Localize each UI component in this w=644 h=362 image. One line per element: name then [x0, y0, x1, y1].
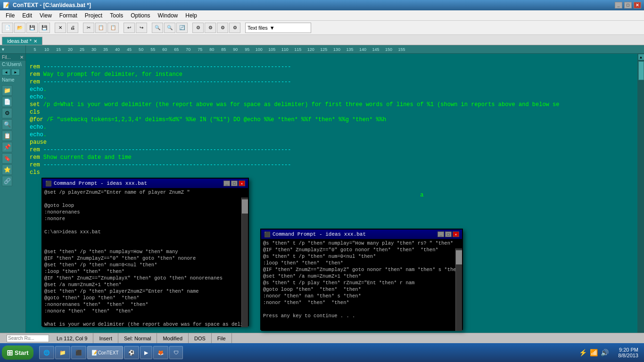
line-5: echo.: [30, 94, 47, 100]
vertical-scrollbar[interactable]: ▲ ▼: [637, 54, 644, 343]
taskbar-item-ball[interactable]: ⚽: [124, 346, 139, 359]
sidebar-icon-7[interactable]: 🔖: [2, 153, 12, 164]
sidebar-icon-6[interactable]: 📌: [2, 142, 12, 152]
tab-ideas-bat[interactable]: ideas.bat * ✕: [2, 37, 42, 45]
menu-edit[interactable]: Edit: [18, 11, 36, 20]
taskbar-item-player[interactable]: ▶: [140, 346, 152, 359]
line-15: cls: [30, 169, 40, 176]
sidebar-back-button[interactable]: ◄: [2, 69, 10, 75]
undo-button[interactable]: ↩: [124, 23, 135, 33]
close-file-button[interactable]: ✕: [55, 23, 66, 33]
cmd-2-minimize-button[interactable]: _: [438, 231, 444, 237]
status-file: File: [212, 333, 232, 343]
taskbar-item-cmd[interactable]: ⬛: [71, 346, 86, 359]
menu-window[interactable]: Window: [154, 11, 182, 20]
taskbar-item-shield[interactable]: 🛡: [169, 346, 183, 359]
save-all-button[interactable]: 💾: [39, 23, 50, 33]
start-button[interactable]: ⊞ Start: [2, 346, 33, 360]
tab-close-icon[interactable]: ✕: [33, 39, 37, 44]
status-dos: DOS: [189, 333, 212, 343]
tray-network-icon[interactable]: 📶: [590, 349, 598, 356]
cmd-2-scroll-thumb[interactable]: [456, 250, 462, 264]
new-button[interactable]: 📄: [2, 23, 13, 33]
line-6: set /p d=What is your word delimiter (th…: [30, 101, 559, 108]
menu-format[interactable]: Format: [56, 11, 81, 20]
cmd-window-1[interactable]: ⬛ Command Prompt - ideas xxx.bat _ □ ✕ @…: [41, 178, 249, 326]
ruler-sidebar-spacer: ▼: [0, 45, 26, 53]
menu-options[interactable]: Options: [127, 11, 154, 20]
taskbar-item-firefox[interactable]: 🦊: [153, 346, 168, 359]
copy-button[interactable]: 📋: [95, 23, 107, 33]
menu-help[interactable]: Help: [182, 11, 201, 20]
sidebar-expand-button[interactable]: ►: [11, 69, 20, 75]
find-next-button[interactable]: 🔍: [164, 23, 175, 33]
scroll-up-button[interactable]: ▲: [638, 54, 644, 60]
redo-button[interactable]: ↪: [136, 23, 147, 33]
cmd-1-scrollbar[interactable]: [241, 197, 248, 327]
replace-button[interactable]: 🔄: [176, 23, 188, 33]
search-input[interactable]: [7, 335, 49, 342]
print-button[interactable]: 🖨: [67, 23, 78, 33]
context-icon: 📝: [91, 350, 98, 356]
line-11: pause: [30, 139, 47, 146]
system-tray: ⚡ 📶 🔊: [575, 349, 612, 356]
sidebar-icon-2[interactable]: 📄: [2, 97, 12, 107]
sidebar-icon-8[interactable]: ⭐: [2, 165, 12, 175]
cmd-2-scrollbar[interactable]: [455, 248, 462, 331]
close-button[interactable]: ✕: [634, 2, 641, 8]
cmd-1-minimize-button[interactable]: _: [223, 181, 230, 186]
menu-view[interactable]: View: [36, 11, 56, 20]
taskbar-time: 9:20 PM: [618, 347, 638, 353]
taskbar-clock[interactable]: 9:20 PM 8/8/2013: [614, 347, 642, 358]
ruler-indent-marker: ▼: [1, 47, 5, 52]
sidebar-path: C:\Users\: [0, 61, 25, 68]
menu-project[interactable]: Project: [81, 11, 106, 20]
cmd-1-icon: ⬛: [45, 181, 52, 187]
open-button[interactable]: 📂: [14, 23, 25, 33]
macro4-button[interactable]: ⚙: [229, 23, 240, 33]
paste-button[interactable]: 📋: [107, 23, 119, 33]
macro3-button[interactable]: ⚙: [217, 23, 228, 33]
cmd-2-title-content: ⬛ Command Prompt - ideas xxx.bat: [264, 231, 366, 238]
maximize-button[interactable]: □: [624, 2, 632, 8]
taskbar-context-label: ConTEXT: [98, 350, 119, 355]
taskbar-item-explorer[interactable]: 📁: [55, 346, 70, 359]
sidebar-icon-1[interactable]: 📁: [2, 85, 12, 96]
file-type-dropdown[interactable]: Text files ▼: [245, 23, 311, 33]
sidebar-icon-9[interactable]: 🔗: [2, 176, 12, 186]
line-3: rem ------------------------------------…: [30, 79, 291, 85]
line-9: echo.: [30, 124, 47, 131]
cmd-1-body: @set /p playerZnumZ="Enter name of playe…: [42, 188, 248, 327]
cmd-1-scroll-thumb[interactable]: [242, 199, 248, 214]
cmd-1-controls: _ □ ✕: [223, 181, 245, 186]
dropdown-arrow-icon: ▼: [270, 25, 275, 31]
sidebar-icon-5[interactable]: 📋: [2, 131, 12, 141]
macro1-button[interactable]: ⚙: [192, 23, 204, 33]
explorer-icon: 📁: [59, 350, 66, 356]
line-13: rem Show current date and time: [30, 154, 132, 161]
minimize-button[interactable]: _: [615, 2, 622, 8]
macro2-button[interactable]: ⚙: [205, 23, 216, 33]
tray-volume-icon[interactable]: 🔊: [601, 349, 609, 356]
v-scroll-thumb[interactable]: [638, 61, 644, 80]
taskbar-item-context[interactable]: 📝 ConTEXT: [87, 346, 123, 359]
sidebar-icon-4[interactable]: 🔍: [2, 119, 12, 130]
menu-tools[interactable]: Tools: [106, 11, 127, 20]
menu-file[interactable]: File: [2, 11, 18, 20]
cmd-2-close-button[interactable]: ✕: [453, 231, 459, 237]
status-insert: Insert: [93, 333, 118, 343]
v-scroll-track[interactable]: [638, 60, 644, 337]
file-type-label: Text files: [248, 25, 268, 31]
tray-battery-icon[interactable]: ⚡: [579, 349, 587, 356]
cut-button[interactable]: ✂: [83, 23, 94, 33]
taskbar-item-ie[interactable]: 🌐: [39, 346, 54, 359]
cmd-1-close-button[interactable]: ✕: [239, 181, 245, 186]
save-button[interactable]: 💾: [26, 23, 38, 33]
cmd-1-maximize-button[interactable]: □: [231, 181, 238, 186]
sidebar-close-icon[interactable]: ✕: [20, 55, 24, 60]
sidebar-icon-3[interactable]: ⚙: [2, 108, 12, 118]
find-button[interactable]: 🔍: [152, 23, 163, 33]
ruler-content: 5 10 15 20 25 30 35 40 45 50 55 60 65 70…: [26, 45, 644, 53]
cmd-2-maximize-button[interactable]: □: [445, 231, 452, 237]
cmd-window-2[interactable]: ⬛ Command Prompt - ideas xxx.bat _ □ ✕ @…: [260, 229, 463, 330]
